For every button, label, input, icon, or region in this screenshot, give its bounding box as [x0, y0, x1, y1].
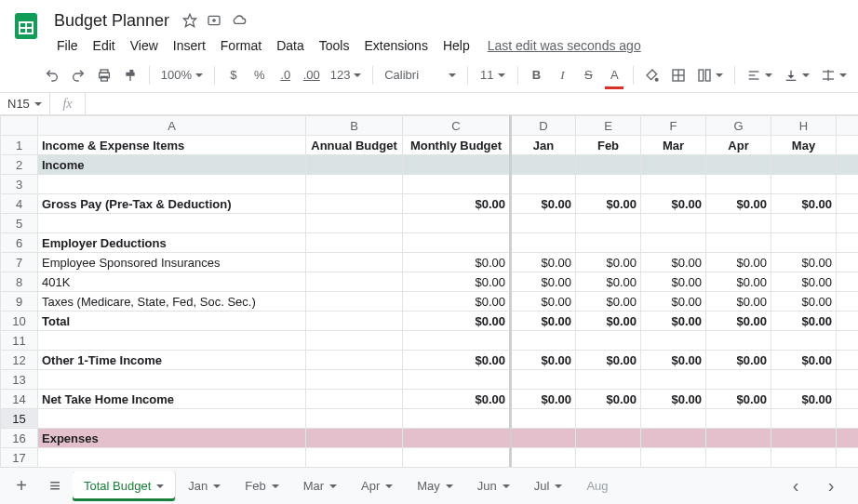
cell-A8[interactable]: 401K — [38, 272, 306, 292]
cell-I7[interactable] — [837, 253, 859, 272]
cell-B1[interactable]: Annual Budget — [306, 136, 403, 155]
column-header-B[interactable]: B — [306, 116, 403, 136]
cell-H1[interactable]: May — [771, 136, 837, 155]
cell-B3[interactable] — [306, 175, 403, 194]
column-header-F[interactable]: F — [641, 116, 706, 136]
cell-A6[interactable]: Employer Deductions — [38, 233, 306, 253]
cell-A1[interactable]: Income & Expense Items — [38, 136, 306, 155]
cell-D1[interactable]: Jan — [511, 136, 576, 155]
cell-A14[interactable]: Net Take Home Income — [38, 390, 306, 409]
row-header-7[interactable]: 7 — [1, 253, 38, 272]
cell-I15[interactable] — [837, 409, 859, 429]
cell-H9[interactable]: $0.00 — [771, 292, 837, 312]
cell-G1[interactable]: Apr — [706, 136, 771, 155]
cell-C9[interactable]: $0.00 — [403, 292, 511, 312]
cell-B17[interactable] — [306, 448, 403, 468]
cell-E16[interactable] — [576, 429, 641, 448]
column-header-D[interactable]: D — [511, 116, 576, 136]
cell-H16[interactable] — [771, 429, 837, 448]
column-header-H[interactable]: H — [771, 116, 837, 136]
fill-color-button[interactable] — [641, 63, 664, 87]
cell-G12[interactable]: $0.00 — [706, 351, 771, 370]
cell-G9[interactable]: $0.00 — [706, 292, 771, 312]
cell-C15[interactable] — [403, 409, 511, 429]
column-header-E[interactable]: E — [576, 116, 641, 136]
cell-D10[interactable]: $0.00 — [511, 312, 576, 331]
cell-D9[interactable]: $0.00 — [511, 292, 576, 312]
cell-A11[interactable] — [38, 331, 306, 351]
cell-F13[interactable] — [641, 370, 706, 390]
cell-H8[interactable]: $0.00 — [771, 272, 837, 292]
cell-C7[interactable]: $0.00 — [403, 253, 511, 272]
cell-E14[interactable]: $0.00 — [576, 390, 641, 409]
cell-A3[interactable] — [38, 175, 306, 194]
cell-B12[interactable] — [306, 351, 403, 370]
column-header-I[interactable]: I — [837, 116, 859, 136]
cell-A13[interactable] — [38, 370, 306, 390]
cell-E4[interactable]: $0.00 — [576, 194, 641, 214]
cell-I3[interactable] — [837, 175, 859, 194]
row-header-6[interactable]: 6 — [1, 233, 38, 253]
cell-B14[interactable] — [306, 390, 403, 409]
cell-G10[interactable]: $0.00 — [706, 312, 771, 331]
cell-C17[interactable] — [403, 448, 511, 468]
name-box[interactable]: N15 — [0, 93, 50, 114]
cell-D4[interactable]: $0.00 — [511, 194, 576, 214]
cell-A4[interactable]: Gross Pay (Pre-Tax & Deduction) — [38, 194, 306, 214]
row-header-11[interactable]: 11 — [1, 331, 38, 351]
scroll-tabs-left-button[interactable]: ‹ — [780, 471, 811, 501]
cell-I5[interactable] — [837, 214, 859, 233]
cell-D14[interactable]: $0.00 — [511, 390, 576, 409]
cloud-status-icon[interactable] — [231, 13, 248, 28]
cell-E10[interactable]: $0.00 — [576, 312, 641, 331]
cell-B16[interactable] — [306, 429, 403, 448]
cell-I10[interactable] — [837, 312, 859, 331]
cell-F17[interactable] — [641, 448, 706, 468]
sheet-tab-may[interactable]: May — [406, 471, 464, 501]
cell-B8[interactable] — [306, 272, 403, 292]
cell-C3[interactable] — [403, 175, 511, 194]
cell-I4[interactable] — [837, 194, 859, 214]
cell-I13[interactable] — [837, 370, 859, 390]
cell-G4[interactable]: $0.00 — [706, 194, 771, 214]
cell-E9[interactable]: $0.00 — [576, 292, 641, 312]
cell-B9[interactable] — [306, 292, 403, 312]
cell-I9[interactable] — [837, 292, 859, 312]
cell-F15[interactable] — [641, 409, 706, 429]
cell-C16[interactable] — [403, 429, 511, 448]
star-icon[interactable] — [182, 13, 197, 28]
font-family-dropdown[interactable]: Calibri — [381, 63, 460, 87]
cell-B10[interactable] — [306, 312, 403, 331]
cell-G6[interactable] — [706, 233, 771, 253]
all-sheets-button[interactable]: ≡ — [39, 471, 71, 501]
cell-E6[interactable] — [576, 233, 641, 253]
cell-F5[interactable] — [641, 214, 706, 233]
row-header-5[interactable]: 5 — [1, 214, 38, 233]
cell-D13[interactable] — [511, 370, 576, 390]
cell-D3[interactable] — [511, 175, 576, 194]
menu-edit[interactable]: Edit — [87, 34, 122, 57]
sheet-tab-apr[interactable]: Apr — [350, 471, 404, 501]
bold-button[interactable]: B — [525, 63, 547, 87]
cell-E11[interactable] — [576, 331, 641, 351]
strikethrough-button[interactable]: S — [577, 63, 599, 87]
cell-H14[interactable]: $0.00 — [771, 390, 837, 409]
sheet-tab-overflow[interactable]: Aug — [575, 471, 619, 501]
print-icon[interactable] — [93, 63, 115, 87]
cell-H15[interactable] — [771, 409, 837, 429]
text-color-button[interactable]: A — [603, 63, 625, 87]
cell-C14[interactable]: $0.00 — [403, 390, 511, 409]
cell-C13[interactable] — [403, 370, 511, 390]
cell-B4[interactable] — [306, 194, 403, 214]
cell-H13[interactable] — [771, 370, 837, 390]
cell-G14[interactable]: $0.00 — [706, 390, 771, 409]
cell-A16[interactable]: Expenses — [38, 429, 306, 448]
cell-H6[interactable] — [771, 233, 837, 253]
cell-G8[interactable]: $0.00 — [706, 272, 771, 292]
cell-C8[interactable]: $0.00 — [403, 272, 511, 292]
row-header-2[interactable]: 2 — [1, 155, 38, 175]
cell-D7[interactable]: $0.00 — [511, 253, 576, 272]
cell-D8[interactable]: $0.00 — [511, 272, 576, 292]
cell-C5[interactable] — [403, 214, 511, 233]
cell-D15[interactable] — [511, 409, 576, 429]
